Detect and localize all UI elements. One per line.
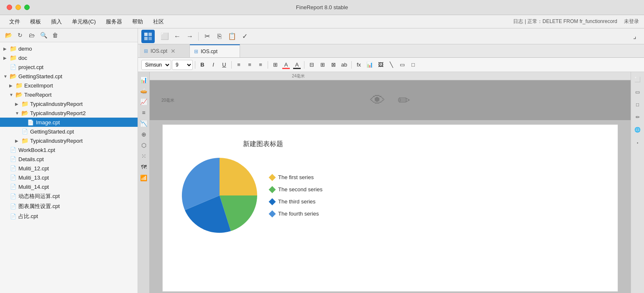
more-chart-icon[interactable]: 📶 <box>139 173 148 182</box>
window-controls[interactable] <box>7 5 30 10</box>
italic-button[interactable]: I <box>208 60 218 70</box>
arrow-icon: ▼ <box>15 111 21 116</box>
right-panel-btn-3[interactable]: □ <box>632 99 644 111</box>
right-panel-btn-5[interactable]: 🌐 <box>632 124 644 136</box>
tree-item-muliti14[interactable]: 📄 Muliti_14.cpt <box>0 182 138 191</box>
main-layout: 📂 ↻ 🗁 🔍 🗑 ▶ 📁 demo ▶ 📁 doc 📄 <box>0 28 644 293</box>
tree-item-chartprop[interactable]: 📄 图表属性设置.cpt <box>0 201 138 211</box>
tree-item-treereport[interactable]: ▼ 📂 TreeReport <box>0 90 138 99</box>
menu-template[interactable]: 模板 <box>26 16 45 27</box>
tree-item-muliti13[interactable]: 📄 Muliti_13.cpt <box>0 173 138 182</box>
tab-ios2[interactable]: ⊞ IOS.cpt <box>190 44 240 57</box>
tree-label: GettingStarted.cpt <box>18 73 62 80</box>
column-chart-icon[interactable]: 📈 <box>139 97 148 106</box>
map-chart-icon[interactable]: 🗺 <box>139 162 148 172</box>
merge-button[interactable]: ⊠ <box>328 60 338 70</box>
radar-chart-icon[interactable]: ⬡ <box>139 141 148 150</box>
menu-server[interactable]: 服务器 <box>102 16 126 27</box>
line-chart-icon[interactable]: ≡ <box>139 108 148 117</box>
back-button[interactable]: ← <box>171 31 183 42</box>
tree-item-muliti12[interactable]: 📄 Muliti_12.cpt <box>0 164 138 173</box>
open-folder-button[interactable]: 📂 <box>3 30 13 40</box>
tree-item-dynamic[interactable]: 📄 动态格间运算.cpt <box>0 191 138 201</box>
border-button[interactable]: ⊞ <box>270 60 280 70</box>
bar-chart-icon[interactable]: 📊 <box>139 75 148 85</box>
tree-item-demo[interactable]: ▶ 📁 demo <box>0 44 138 53</box>
tree-item-typical2[interactable]: ▼ 📂 TypicalIndustryReport2 <box>0 108 138 118</box>
app-toolbar: ⬜ ← → ✂ ⎘ 📋 ✓ ⌟ <box>138 28 644 44</box>
tree-item-gettingstarted[interactable]: ▼ 📂 GettingStarted.cpt <box>0 72 138 81</box>
tab-close-button[interactable]: ✕ <box>170 48 176 54</box>
align-left-button[interactable]: ≡ <box>234 60 244 70</box>
pie-chart-icon[interactable]: 🥧 <box>139 86 148 95</box>
paste-button[interactable]: 📋 <box>226 31 238 42</box>
area-chart-icon[interactable]: 📉 <box>139 119 148 128</box>
search-button[interactable]: 🔍 <box>38 30 49 40</box>
canvas-scroll[interactable]: 👁 ✏ 20毫米 新建图表标题 <box>150 80 631 293</box>
folder-icon: 📁 <box>21 100 28 107</box>
menu-cell[interactable]: 单元格(C) <box>68 16 100 27</box>
new-folder-button[interactable]: 🗁 <box>27 30 37 40</box>
legend-item-first: The first series <box>270 174 322 180</box>
app-title: FineReport 8.0 stable <box>296 4 348 10</box>
sidebar-toolbar: 📂 ↻ 🗁 🔍 🗑 <box>0 28 138 42</box>
corner-button[interactable]: ⌟ <box>629 31 641 42</box>
menu-help[interactable]: 帮助 <box>128 16 147 27</box>
right-panel-btn-6[interactable]: ⬩ <box>632 136 644 148</box>
align-center-button[interactable]: ≡ <box>245 60 255 70</box>
tree-item-image-cpt[interactable]: 📄 Image.cpt <box>0 118 138 127</box>
tree-item-workbook1[interactable]: 📄 WorkBook1.cpt <box>0 145 138 154</box>
tree-item-gettingstarted-file[interactable]: 📄 GettingStarted.cpt <box>0 127 138 136</box>
tree-item-excelimport[interactable]: ▶ 📁 ExcelImport <box>0 81 138 90</box>
wrap-button[interactable]: ab <box>339 60 349 70</box>
minimize-button[interactable] <box>15 5 21 10</box>
tree-label: TreeReport <box>24 92 51 98</box>
right-panel-btn-1[interactable]: ⬜ <box>632 74 644 85</box>
forward-button[interactable]: → <box>184 31 196 42</box>
copy-button[interactable]: ⎘ <box>214 31 225 42</box>
tree-item-typical1[interactable]: ▶ 📁 TypicalIndustryReport <box>0 99 138 108</box>
formula-button[interactable]: fx <box>354 60 364 70</box>
scatter-chart-icon[interactable]: ⊕ <box>139 130 148 139</box>
underline-button[interactable]: U <box>219 60 229 70</box>
right-panel-btn-4[interactable]: ✏ <box>632 111 644 123</box>
tree-item-typical3[interactable]: ▶ 📁 TypicalIndustryReport <box>0 136 138 145</box>
left-icons-strip: 📊 🥧 📈 ≡ 📉 ⊕ ⬡ ⁙ 🗺 📶 <box>138 72 150 293</box>
right-panel-btn-2[interactable]: ▭ <box>632 86 644 98</box>
tree-item-project[interactable]: 📄 project.cpt <box>0 62 138 72</box>
table-button[interactable]: ⊟ <box>307 60 317 70</box>
align-right-button[interactable]: ≡ <box>256 60 266 70</box>
line-button[interactable]: ╲ <box>386 60 396 70</box>
fmt-sep-3 <box>268 61 268 69</box>
fmt-sep-2 <box>231 61 232 69</box>
image-button[interactable]: 🖼 <box>376 60 386 70</box>
format-paint-button[interactable]: ✓ <box>239 31 250 42</box>
maximize-button[interactable] <box>24 5 30 10</box>
file-icon: 📄 <box>9 156 17 162</box>
fill-color-button[interactable]: A <box>281 60 291 70</box>
bold-button[interactable]: B <box>197 60 207 70</box>
tree-item-doc[interactable]: ▶ 📁 doc <box>0 53 138 62</box>
table2-button[interactable]: ⊞ <box>317 60 327 70</box>
tree-item-details[interactable]: 📄 Details.cpt <box>0 154 138 164</box>
tree-label: WorkBook1.cpt <box>18 147 55 153</box>
shape-button[interactable]: □ <box>408 60 418 70</box>
font-size-select[interactable]: 9 <box>172 60 193 70</box>
tree-item-pie[interactable]: 📄 占比.cpt <box>0 211 138 221</box>
tab-ios1[interactable]: ⊞ IOS.cpt ✕ <box>140 44 190 57</box>
close-button[interactable] <box>7 5 12 10</box>
dot-chart-icon[interactable]: ⁙ <box>139 152 148 161</box>
font-family-select[interactable]: Simsun <box>141 60 171 70</box>
menu-file[interactable]: 文件 <box>5 16 24 27</box>
cut-button[interactable]: ✂ <box>201 31 213 42</box>
refresh-button[interactable]: ↻ <box>15 30 25 40</box>
delete-button[interactable]: 🗑 <box>50 30 60 40</box>
new-report-button[interactable]: ⬜ <box>159 31 171 42</box>
border2-button[interactable]: ▭ <box>397 60 407 70</box>
tree-label: TypicalIndustryReport <box>30 101 83 107</box>
menu-community[interactable]: 社区 <box>149 16 168 27</box>
chart-button[interactable]: 📊 <box>365 60 375 70</box>
font-color-button[interactable]: A <box>292 60 302 70</box>
tab-label: IOS.cpt <box>151 48 167 54</box>
menu-insert[interactable]: 插入 <box>47 16 66 27</box>
